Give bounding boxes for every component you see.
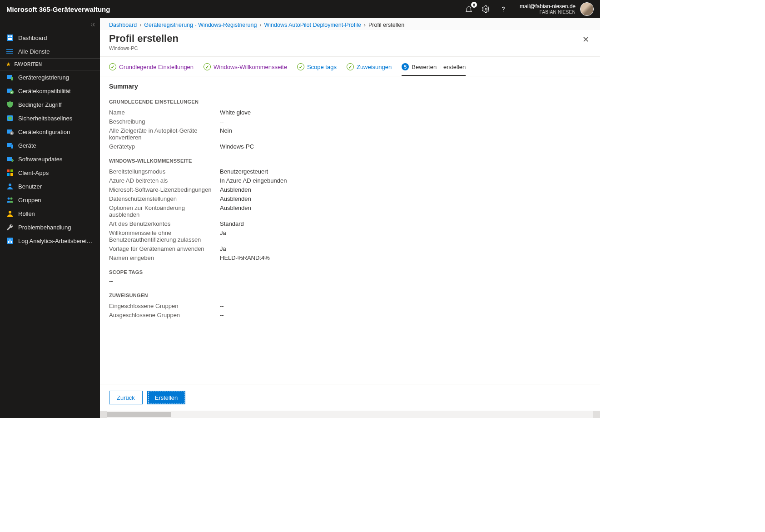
nav-label: Alle Dienste [18,48,50,55]
shield-icon [6,101,14,108]
breadcrumb-link[interactable]: Geräteregistrierung - Windows-Registrier… [144,22,257,28]
nav-device-enrollment[interactable]: Geräteregistrierung [0,70,100,84]
nav-all-services[interactable]: Alle Dienste [0,45,100,58]
summary-key: Gerätetyp [109,143,220,150]
tab-scope-tags[interactable]: ✓ Scope tags [297,63,337,76]
svg-point-30 [9,211,11,214]
svg-rect-33 [10,239,10,243]
tab-label: Zuweisungen [357,64,392,70]
tab-label: Windows-Willkommensseite [214,64,287,70]
svg-rect-13 [11,77,13,80]
summary-row: Namen eingebenHELD-%RAND:4% [109,254,591,261]
summary-value: -- [220,303,224,309]
nav-label: Dashboard [18,35,47,41]
nav-label: Client-Apps [18,169,49,176]
svg-rect-21 [11,144,13,149]
nav-security-baselines[interactable]: Sicherheitsbaselines [0,111,100,125]
summary-key: Optionen zur Kontoänderung ausblenden [109,204,220,218]
device-compliance-icon [6,87,14,94]
settings-icon[interactable] [482,5,491,14]
software-updates-icon [6,155,14,163]
tab-review-create[interactable]: 5 Bewerten + erstellen [402,63,466,76]
svg-point-11 [6,53,7,54]
summary-value: In Azure AD eingebunden [220,177,287,184]
apps-icon [6,169,14,176]
nav-label: Gerätekompatibilität [18,88,71,94]
summary-row: Microsoft-Software-LizenzbedingungenAusb… [109,186,591,193]
summary-key: Eingeschlossene Gruppen [109,303,220,309]
step-number-badge: 5 [402,63,409,70]
nav-device-configuration[interactable]: Gerätekonfiguration [0,125,100,139]
tab-basic-settings[interactable]: ✓ Grundlegende Einstellungen [109,63,194,76]
check-icon: ✓ [109,63,116,70]
svg-rect-3 [8,35,10,37]
section-heading-oobe: WINDOWS-WILLKOMMENSSEITE [109,158,591,164]
summary-key: Namen eingeben [109,254,220,261]
section-heading-basic: GRUNDLEGENDE EINSTELLUNGEN [109,99,591,104]
summary-row: Ausgeschlossene Gruppen-- [109,312,591,318]
summary-key: Ausgeschlossene Gruppen [109,312,220,318]
summary-value: -- [220,118,224,125]
nav-label: Log Analytics-Arbeitsbereic... [18,238,94,244]
wizard-footer: Zurück Erstellen [100,384,600,411]
svg-point-29 [10,198,13,200]
nav-device-compliance[interactable]: Gerätekompatibilität [0,84,100,98]
wrench-icon [6,224,14,231]
collapse-sidebar-icon[interactable] [0,18,100,31]
summary-row: DatenschutzeinstellungenAusblenden [109,195,591,202]
nav-label: Gerätekonfiguration [18,129,70,135]
avatar [580,2,594,16]
summary-value: Nein [220,127,232,141]
breadcrumb-link[interactable]: Windows AutoPilot Deployment-Profile [264,22,361,28]
back-button[interactable]: Zurück [109,391,143,404]
chevron-right-icon: › [364,22,366,28]
nav-conditional-access[interactable]: Bedingter Zugriff [0,98,100,111]
content-area: Summary GRUNDLEGENDE EINSTELLUNGEN NameW… [100,76,600,384]
nav-software-updates[interactable]: Softwareupdates [0,152,100,166]
create-button[interactable]: Erstellen [147,391,186,404]
svg-rect-34 [11,241,12,243]
tab-oobe[interactable]: ✓ Windows-Willkommensseite [204,63,287,76]
summary-row: Art des BenutzerkontosStandard [109,220,591,227]
nav-log-analytics[interactable]: Log Analytics-Arbeitsbereic... [0,234,100,248]
page-title: Profil erstellen [109,33,179,45]
nav-dashboard[interactable]: Dashboard [0,31,100,45]
favorites-header: ★ FAVORITEN [0,58,100,70]
wizard-tabs: ✓ Grundlegende Einstellungen ✓ Windows-W… [100,57,600,76]
summary-value: Standard [220,220,244,227]
summary-row: BereitstellungsmodusBenutzergesteuert [109,168,591,175]
horizontal-scrollbar[interactable] [100,411,600,418]
notifications-icon[interactable]: 8 [464,5,473,14]
tab-label: Scope tags [307,64,337,70]
help-icon[interactable] [499,5,508,14]
user-menu[interactable]: mail@fabian-niesen.de FABIAN NIESEN [520,2,594,16]
svg-point-15 [10,90,14,94]
breadcrumb-current: Profil erstellen [368,22,404,28]
tab-assignments[interactable]: ✓ Zuweisungen [347,63,392,76]
summary-row: Vorlage für Gerätenamen anwendenJa [109,245,591,252]
device-config-icon [6,128,14,135]
nav-roles[interactable]: Rollen [0,207,100,220]
summary-key: Vorlage für Gerätenamen anwenden [109,245,220,252]
close-icon[interactable]: ✕ [581,33,591,46]
check-icon: ✓ [347,63,354,70]
breadcrumb-link[interactable]: Dashboard [109,22,137,28]
nav-devices[interactable]: Geräte [0,139,100,152]
nav-groups[interactable]: Gruppen [0,193,100,207]
summary-value: Ja [220,245,226,252]
nav-client-apps[interactable]: Client-Apps [0,166,100,179]
svg-point-27 [9,184,11,186]
favorites-label: FAVORITEN [15,62,42,67]
summary-row: Willkommensseite ohne Benutzerauthentifi… [109,229,591,243]
check-icon: ✓ [297,63,304,70]
nav-label: Gruppen [18,197,41,204]
nav-troubleshoot[interactable]: Problembehandlung [0,220,100,234]
svg-point-0 [485,8,487,10]
section-heading-assignments: ZUWEISUNGEN [109,293,591,298]
svg-point-1 [503,11,504,12]
summary-row: Optionen zur Kontoänderung ausblendenAus… [109,204,591,218]
nav-users[interactable]: Benutzer [0,179,100,193]
summary-row: Alle Zielgeräte in Autopilot-Geräte konv… [109,127,591,141]
summary-row: Beschreibung-- [109,118,591,125]
tab-label: Grundlegende Einstellungen [119,64,194,70]
